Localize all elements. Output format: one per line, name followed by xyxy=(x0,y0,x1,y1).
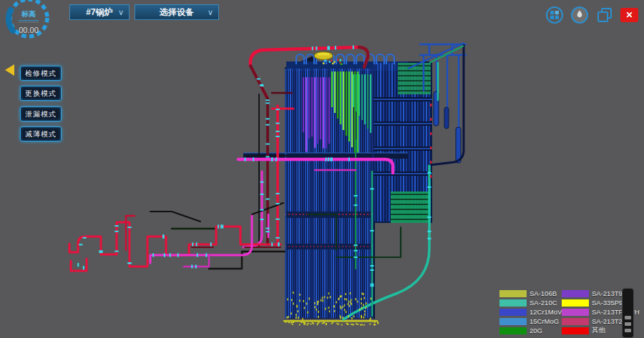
legend-label: 15CrMoG xyxy=(530,317,559,325)
mode-button-overhaul[interactable]: 检修模式 xyxy=(20,66,62,81)
device-select-value: 选择设备 xyxy=(160,6,194,19)
legend-swatch xyxy=(499,290,527,297)
legend-item: SA-210C xyxy=(499,298,557,307)
device-select-dropdown[interactable]: 选择设备 ∨ xyxy=(135,4,219,20)
legend-swatch xyxy=(499,318,527,325)
chevron-down-icon: ∨ xyxy=(208,8,213,17)
mode-button-leak[interactable]: 泄漏模式 xyxy=(20,106,62,121)
legend-label: 20G xyxy=(530,327,542,334)
legend-item: 15CrMoG xyxy=(499,317,559,326)
elevation-gauge: 标高 00.00 xyxy=(1,0,56,43)
legend-swatch xyxy=(562,327,589,334)
mode-button-replace[interactable]: 更换模式 xyxy=(20,86,62,101)
legend-item: 其他 xyxy=(562,326,605,335)
window-controls: ✕ xyxy=(545,6,638,24)
legend-item: SA-213T91 xyxy=(562,289,626,298)
legend-label: SA-210C xyxy=(530,299,557,307)
boiler-select-dropdown[interactable]: #7锅炉 ∨ xyxy=(69,4,130,20)
legend-label: 其他 xyxy=(592,326,605,335)
legend-swatch xyxy=(499,299,527,307)
legend-item: 12Cr1MoVG xyxy=(499,307,567,317)
close-icon[interactable]: ✕ xyxy=(620,8,638,22)
legend-swatch xyxy=(499,327,527,334)
legend-swatch xyxy=(562,299,589,307)
slider-mark xyxy=(625,316,631,319)
legend-label: SA-213T91 xyxy=(592,289,626,297)
chevron-down-icon: ∨ xyxy=(118,8,124,17)
droplet-circle-icon[interactable] xyxy=(570,6,589,24)
legend-item: SA-213T23 xyxy=(562,317,626,326)
legend-swatch xyxy=(499,309,527,316)
gauge-value: 00.00 xyxy=(19,26,39,34)
app-window: 标高 00.00 #7锅炉 ∨ 选择设备 ∨ xyxy=(0,0,644,338)
legend-item: SA-335P91 xyxy=(562,298,627,307)
gauge-label: 标高 xyxy=(21,10,36,18)
grid-menu-icon[interactable] xyxy=(545,6,564,24)
legend-swatch xyxy=(562,290,589,297)
slider-mark xyxy=(625,329,631,332)
layers-icon[interactable] xyxy=(595,6,614,24)
legend-item: SA-106B xyxy=(499,289,557,298)
legend-label: SA-106B xyxy=(530,289,557,297)
collapse-panel-arrow-icon[interactable] xyxy=(5,64,14,76)
legend-swatch xyxy=(562,318,589,325)
vertical-slider[interactable] xyxy=(622,288,634,338)
legend-label: SA-213T23 xyxy=(592,317,626,325)
legend-item: 20G xyxy=(499,326,542,335)
legend-swatch xyxy=(562,309,589,316)
mode-button-thinning[interactable]: 减薄模式 xyxy=(20,126,62,141)
slider-mark xyxy=(625,322,631,326)
material-legend: SA-106B SA-210C 12Cr1MoVG 15CrMoG 20G SA… xyxy=(499,287,643,338)
boiler-select-value: #7锅炉 xyxy=(86,6,112,19)
